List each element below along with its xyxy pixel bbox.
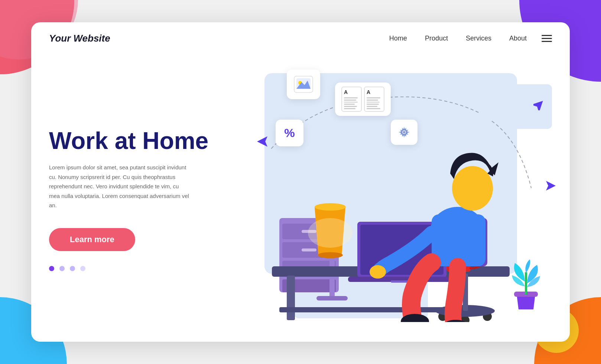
svg-rect-21 <box>316 296 348 300</box>
doc-page-2: A <box>364 87 384 112</box>
hamburger-line-1 <box>542 35 552 36</box>
right-panel: A A <box>235 62 552 322</box>
learn-more-button[interactable]: Learn more <box>49 228 135 251</box>
logo: Your Website <box>49 33 110 44</box>
doc-a-label-2: A <box>367 89 370 95</box>
float-card-document: A A <box>335 82 391 116</box>
hamburger-menu[interactable] <box>542 35 552 42</box>
svg-rect-48 <box>525 272 527 295</box>
svg-point-23 <box>318 252 343 258</box>
svg-point-22 <box>315 203 346 211</box>
gear-icon <box>397 125 411 139</box>
svg-point-24 <box>308 218 353 248</box>
hero-title: Work at Home <box>49 128 235 154</box>
svg-marker-2 <box>257 136 267 147</box>
float-card-gear <box>391 120 418 145</box>
main-content: Work at Home Lorem ipsum dolor sit amet,… <box>31 55 570 337</box>
left-panel: Work at Home Lorem ipsum dolor sit amet,… <box>49 62 235 322</box>
svg-point-44 <box>370 265 386 279</box>
nav-product[interactable]: Product <box>425 35 448 42</box>
dot-4[interactable] <box>80 266 85 271</box>
svg-rect-26 <box>287 276 295 320</box>
nav-home[interactable]: Home <box>389 35 407 42</box>
svg-point-11 <box>403 131 406 134</box>
image-icon <box>293 75 314 93</box>
navbar: Your Website Home Product Services About <box>31 22 570 55</box>
doc-a-label: A <box>344 89 348 95</box>
float-card-percent: % <box>276 120 303 146</box>
hero-description: Lorem ipsum dolor sit amet, sea putant s… <box>49 163 190 210</box>
main-card: Your Website Home Product Services About… <box>31 22 570 342</box>
arrow-left-icon <box>257 136 270 149</box>
float-card-image <box>287 69 320 99</box>
hamburger-line-2 <box>542 38 552 39</box>
percent-symbol: % <box>284 126 295 140</box>
nav-services[interactable]: Services <box>466 35 491 42</box>
dot-2[interactable] <box>59 266 65 271</box>
dot-3[interactable] <box>70 266 75 271</box>
dot-1[interactable] <box>49 266 54 271</box>
svg-rect-16 <box>302 248 316 251</box>
arrow-right-top-icon <box>533 99 545 113</box>
hamburger-line-3 <box>542 41 552 42</box>
plant-decoration <box>507 257 545 311</box>
svg-rect-20 <box>329 255 335 300</box>
doc-page-1: A <box>341 87 362 112</box>
plant-icon <box>507 257 545 309</box>
svg-point-43 <box>452 166 493 211</box>
carousel-dots <box>49 266 235 271</box>
nav-links: Home Product Services About <box>389 35 527 42</box>
arrow-right-mid-icon <box>546 181 556 193</box>
svg-marker-4 <box>546 181 556 191</box>
nav-about[interactable]: About <box>509 35 527 42</box>
svg-marker-3 <box>533 99 545 110</box>
